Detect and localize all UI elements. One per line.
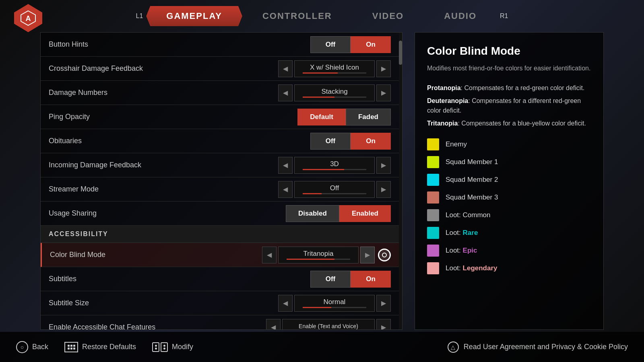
toggle-obituaries: Off On bbox=[310, 133, 391, 150]
button-hints-off[interactable]: Off bbox=[310, 36, 351, 53]
label-loot-legendary: Loot: Legendary bbox=[446, 264, 497, 272]
toggle-button-hints: Off On bbox=[310, 36, 391, 53]
accessible-chat-value: Enable (Text and Voice) bbox=[282, 319, 375, 330]
control-subtitle-size: ◀ Normal ▶ bbox=[250, 295, 391, 312]
restore-defaults-action[interactable]: Restore Defaults bbox=[64, 342, 136, 352]
settings-inner: Button Hints Off On Crosshair Damage Fee… bbox=[41, 33, 402, 330]
swatch-squad2 bbox=[427, 174, 439, 186]
setting-subtitles: Subtitles Off On bbox=[41, 267, 399, 291]
color-blind-prev[interactable]: ◀ bbox=[262, 247, 277, 263]
mode-protanopia-name: Protanopia bbox=[427, 84, 461, 91]
swatch-loot-legendary bbox=[427, 262, 439, 274]
tab-controller[interactable]: CONTROLLER bbox=[242, 6, 352, 26]
ping-opacity-faded[interactable]: Faded bbox=[346, 109, 391, 125]
triangle-icon: △ bbox=[448, 341, 459, 353]
label-incoming-damage: Incoming Damage Feedback bbox=[49, 161, 250, 169]
label-loot-rare: Loot: Rare bbox=[446, 229, 478, 237]
control-subtitles: Off On bbox=[250, 271, 391, 288]
scrollbar-thumb[interactable] bbox=[399, 41, 402, 65]
info-panel: Color Blind Mode Modifies most friend-or… bbox=[415, 32, 604, 330]
tab-audio[interactable]: AUDIO bbox=[424, 6, 497, 26]
apex-logo: A bbox=[14, 4, 42, 32]
damage-numbers-next[interactable]: ▶ bbox=[376, 84, 391, 101]
mode-tritanopia: Tritanopia: Compensates for a blue-yello… bbox=[427, 119, 591, 128]
slider-damage-numbers: ◀ Stacking ▶ bbox=[278, 84, 391, 101]
tab-gameplay[interactable]: GAMEPLAY bbox=[146, 6, 242, 26]
label-crosshair-damage: Crosshair Damage Feedback bbox=[49, 64, 250, 73]
tab-video[interactable]: VIDEO bbox=[352, 6, 424, 26]
accessible-chat-next[interactable]: ▶ bbox=[376, 319, 391, 330]
obituaries-on[interactable]: On bbox=[351, 133, 391, 150]
mode-tritanopia-desc: Compensates for a blue-yellow color defi… bbox=[461, 120, 586, 127]
control-incoming-damage: ◀ 3D ▶ bbox=[250, 157, 391, 174]
restore-label: Restore Defaults bbox=[82, 343, 136, 351]
label-button-hints: Button Hints bbox=[49, 40, 250, 49]
button-hints-on[interactable]: On bbox=[351, 36, 391, 53]
obituaries-off[interactable]: Off bbox=[310, 133, 351, 150]
legend-loot-rare: Loot: Rare bbox=[427, 227, 591, 239]
label-subtitles: Subtitles bbox=[49, 275, 250, 283]
usage-sharing-disabled[interactable]: Disabled bbox=[286, 205, 339, 222]
subtitle-size-prev[interactable]: ◀ bbox=[278, 295, 293, 312]
setting-crosshair-damage: Crosshair Damage Feedback ◀ X w/ Shield … bbox=[41, 57, 399, 81]
streamer-mode-prev[interactable]: ◀ bbox=[278, 181, 293, 198]
toggle-subtitles: Off On bbox=[310, 271, 391, 288]
modify-icon bbox=[152, 342, 168, 352]
color-blind-value: Tritanopia bbox=[278, 247, 359, 263]
legend-squad2: Squad Member 2 bbox=[427, 174, 591, 186]
logo-area: A bbox=[8, 4, 48, 32]
bottom-bar: ○ Back Restore Defaults bbox=[0, 332, 644, 362]
crosshair-damage-prev[interactable]: ◀ bbox=[278, 60, 293, 77]
setting-incoming-damage: Incoming Damage Feedback ◀ 3D ▶ bbox=[41, 153, 399, 177]
label-obituaries: Obituaries bbox=[49, 137, 250, 145]
control-obituaries: Off On bbox=[250, 133, 391, 150]
mode-tritanopia-name: Tritanopia bbox=[427, 120, 458, 127]
slider-subtitle-size: ◀ Normal ▶ bbox=[278, 295, 391, 312]
modify-action[interactable]: Modify bbox=[152, 342, 193, 352]
setting-usage-sharing: Usage Sharing Disabled Enabled bbox=[41, 202, 399, 226]
mode-deuteranopia: Deuteranopia: Compensates for a differen… bbox=[427, 96, 591, 115]
slider-streamer-mode: ◀ Off ▶ bbox=[278, 181, 391, 198]
svg-text:A: A bbox=[26, 14, 31, 23]
main-content: Button Hints Off On Crosshair Damage Fee… bbox=[40, 32, 604, 330]
left-trigger: L1 bbox=[132, 12, 146, 20]
subtitle-size-next[interactable]: ▶ bbox=[376, 295, 391, 312]
accessible-chat-prev[interactable]: ◀ bbox=[266, 319, 281, 330]
top-navigation: A L1 GAMEPLAY CONTROLLER VIDEO AUDIO R1 bbox=[0, 0, 644, 32]
legend-enemy: Enemy bbox=[427, 138, 591, 150]
streamer-mode-value: Off bbox=[294, 181, 375, 198]
back-label: Back bbox=[32, 343, 48, 351]
streamer-mode-next[interactable]: ▶ bbox=[376, 181, 391, 198]
control-ping-opacity: Default Faded bbox=[250, 109, 391, 125]
incoming-damage-prev[interactable]: ◀ bbox=[278, 157, 293, 174]
mode-deuteranopia-name: Deuteranopia bbox=[427, 97, 468, 104]
slider-accessible-chat: ◀ Enable (Text and Voice) ▶ bbox=[266, 319, 391, 330]
scrollbar-track bbox=[399, 33, 402, 330]
back-action[interactable]: ○ Back bbox=[16, 341, 48, 353]
incoming-damage-value: 3D bbox=[294, 157, 375, 174]
setting-streamer-mode: Streamer Mode ◀ Off ▶ bbox=[41, 177, 399, 202]
control-button-hints: Off On bbox=[250, 36, 391, 53]
label-streamer-mode: Streamer Mode bbox=[49, 185, 250, 193]
nav-tabs: L1 GAMEPLAY CONTROLLER VIDEO AUDIO R1 bbox=[132, 6, 511, 26]
subtitles-off[interactable]: Off bbox=[310, 271, 351, 288]
svg-point-2 bbox=[382, 253, 386, 257]
label-loot-common: Loot: Common bbox=[446, 211, 491, 219]
incoming-damage-next[interactable]: ▶ bbox=[376, 157, 391, 174]
subtitles-on[interactable]: On bbox=[351, 271, 391, 288]
ping-opacity-default[interactable]: Default bbox=[297, 109, 346, 125]
accessibility-title: ACCESSIBILITY bbox=[49, 230, 391, 238]
crosshair-damage-next[interactable]: ▶ bbox=[376, 60, 391, 77]
damage-numbers-prev[interactable]: ◀ bbox=[278, 84, 293, 101]
crosshair-damage-value: X w/ Shield Icon bbox=[294, 60, 375, 77]
swatch-loot-rare bbox=[427, 227, 439, 239]
color-blind-next[interactable]: ▶ bbox=[360, 247, 375, 263]
settings-list: Button Hints Off On Crosshair Damage Fee… bbox=[40, 32, 402, 330]
user-agreement-label: Read User Agreement and Privacy & Cookie… bbox=[464, 343, 628, 351]
setting-damage-numbers: Damage Numbers ◀ Stacking ▶ bbox=[41, 81, 399, 105]
color-modes-list: Protanopia: Compensates for a red-green … bbox=[427, 83, 591, 128]
usage-sharing-enabled[interactable]: Enabled bbox=[339, 205, 391, 222]
info-panel-title: Color Blind Mode bbox=[427, 45, 591, 58]
setting-button-hints: Button Hints Off On bbox=[41, 33, 399, 57]
label-enemy: Enemy bbox=[446, 140, 467, 148]
